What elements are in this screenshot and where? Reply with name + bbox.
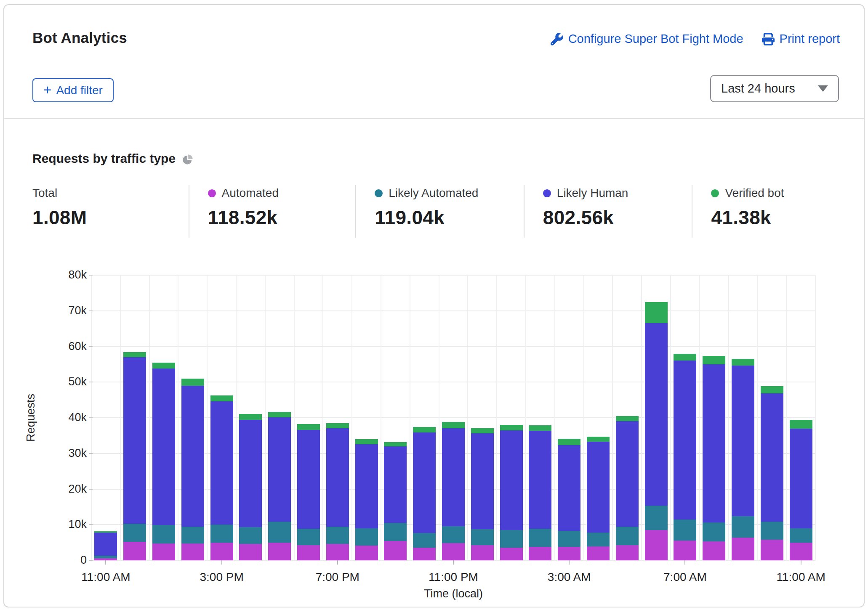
bar-segment-likely-automated [471, 529, 494, 545]
bar-segment-verified-bot [790, 420, 812, 429]
gridline-vertical [815, 275, 816, 560]
x-tick-label: 11:00 AM [81, 570, 130, 584]
bar-segment-likely-human [558, 445, 580, 530]
stacked-bar-6-00-pm [297, 275, 320, 560]
bar-segment-automated [645, 530, 668, 560]
bar-segment-verified-bot [674, 354, 696, 361]
y-tick-mark [89, 275, 93, 276]
bar-segment-automated [616, 545, 639, 560]
stacked-bar-8-00-am [703, 275, 725, 560]
gridline-vertical [207, 275, 208, 560]
bar-segment-verified-bot [268, 412, 291, 418]
x-tick-mark [801, 560, 801, 565]
bar-segment-likely-human [181, 386, 204, 527]
bar-segment-automated [790, 543, 812, 560]
stacked-bar-2-00-pm [181, 275, 204, 560]
bar-segment-likely-human [616, 421, 639, 527]
x-axis-title: Time (local) [424, 587, 483, 600]
bar-segment-likely-human [732, 366, 754, 516]
bar-segment-automated [529, 547, 551, 560]
bar-segment-likely-human [500, 430, 523, 530]
stacked-bar-10-00-pm [413, 275, 436, 560]
gridline-vertical [612, 275, 613, 560]
bar-segment-likely-human [239, 420, 262, 527]
bar-segment-verified-bot [442, 422, 465, 428]
bar-segment-verified-bot [529, 425, 551, 431]
bar-segment-verified-bot [471, 428, 494, 434]
gridline-vertical [496, 275, 497, 560]
x-tick-label: 7:00 AM [663, 570, 707, 584]
gridline-vertical [322, 275, 323, 560]
stacked-bar-9-00-pm [384, 275, 407, 560]
x-tick-label: 11:00 AM [776, 570, 825, 584]
bar-segment-likely-human [384, 446, 407, 523]
bar-segment-automated [442, 543, 465, 560]
bar-segment-likely-automated [181, 527, 204, 544]
y-tick-mark [89, 382, 93, 382]
x-tick-mark [221, 560, 222, 565]
y-tick-mark [89, 310, 93, 311]
y-tick-label: 70k [4, 304, 87, 317]
stacked-bar-9-00-am [732, 275, 754, 560]
stacked-bar-11-00-pm [442, 275, 465, 560]
y-tick-mark [89, 489, 93, 490]
bar-segment-automated [355, 546, 378, 560]
bar-segment-automated [181, 544, 204, 560]
bar-segment-automated [123, 542, 146, 560]
bar-segment-likely-human [152, 369, 175, 525]
gridline-vertical [786, 275, 787, 560]
bar-segment-likely-human [471, 433, 494, 529]
bar-segment-likely-automated [210, 525, 233, 543]
stacked-bar-2-00-am [529, 275, 551, 560]
bar-segment-verified-bot [297, 424, 320, 430]
stacked-bar-7-00-pm [326, 275, 349, 560]
bar-segment-likely-automated [297, 529, 320, 546]
bar-segment-likely-human [123, 357, 146, 524]
bar-segment-verified-bot [123, 352, 146, 357]
bar-segment-likely-automated [587, 533, 610, 546]
stacked-bar-1-00-am [500, 275, 523, 560]
bar-segment-likely-automated [384, 523, 407, 541]
x-tick-mark [337, 560, 338, 565]
x-tick-mark [453, 560, 454, 565]
y-tick-label: 40k [4, 411, 87, 424]
bar-segment-likely-human [703, 364, 725, 522]
bar-segment-likely-human [442, 428, 465, 526]
gridline-vertical [757, 275, 758, 560]
bot-analytics-card: Bot Analytics Configure Super Bot Fight … [3, 4, 865, 607]
bar-segment-likely-automated [732, 516, 754, 538]
stacked-bar-4-00-pm [239, 275, 262, 560]
bar-segment-likely-automated [326, 527, 349, 544]
bar-segment-verified-bot [587, 437, 610, 442]
gridline-vertical [439, 275, 439, 560]
gridline-vertical [554, 275, 555, 560]
bar-segment-likely-automated [152, 525, 175, 544]
y-tick-mark [89, 560, 93, 561]
bar-segment-verified-bot [500, 425, 523, 430]
bar-segment-likely-automated [616, 527, 639, 546]
bar-segment-likely-automated [355, 528, 378, 546]
bar-segment-likely-automated [442, 526, 465, 544]
bar-segment-automated [732, 538, 754, 560]
bar-segment-likely-human [268, 417, 291, 522]
y-tick-mark [89, 524, 93, 525]
bar-segment-automated [471, 545, 494, 560]
bar-segment-verified-bot [558, 439, 580, 445]
gridline-vertical [120, 275, 121, 560]
bar-segment-automated [558, 547, 580, 560]
bar-segment-likely-automated [674, 520, 696, 541]
stacked-bar-5-00-pm [268, 275, 291, 560]
bar-segment-verified-bot [384, 442, 407, 446]
y-tick-label: 0 [4, 554, 87, 567]
bar-segment-automated [674, 541, 696, 560]
bar-segment-automated [210, 543, 233, 560]
stacked-bar-3-00-pm [210, 275, 233, 560]
bar-segment-likely-automated [790, 528, 812, 543]
stacked-bar-11-00-am [790, 275, 812, 560]
bar-segment-verified-bot [703, 356, 725, 364]
bar-segment-likely-automated [500, 530, 523, 548]
x-tick-mark [105, 560, 106, 565]
bar-segment-likely-automated [558, 531, 580, 547]
gridline-vertical [467, 275, 468, 560]
bar-segment-likely-human [587, 442, 610, 533]
